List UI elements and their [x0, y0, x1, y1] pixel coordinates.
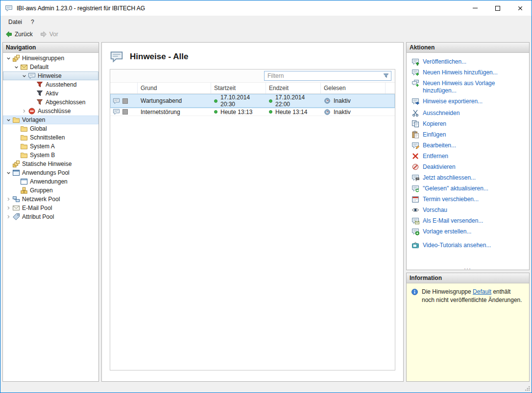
active-dot-icon [214, 99, 218, 103]
column-header-icons[interactable] [110, 83, 138, 93]
chevron-collapsed-icon[interactable] [21, 108, 27, 115]
action-neuen-hinweis-aus-vorlage-hinzufugen[interactable]: Neuen Hinweis aus Vorlage hinzufügen... [411, 79, 527, 94]
close-button[interactable] [509, 0, 532, 16]
table-row-wartungsabend[interactable]: Wartungsabend17.10.2014 20:3017.10.2014 … [110, 94, 395, 108]
tree-item-global[interactable]: Global [3, 124, 98, 133]
tree-item-label: Gruppen [30, 187, 56, 194]
endzeit-value: Heute 13:14 [275, 109, 307, 116]
folder-icon [12, 116, 20, 124]
tree-item-aktiv[interactable]: Aktiv [3, 89, 98, 98]
action-group-1: Veröffentlichen...Neuen Hinweis hinzufüg… [411, 58, 527, 105]
row-icons-cell [110, 108, 138, 116]
column-header-endzeit[interactable]: Endzeit [266, 83, 321, 93]
resize-grip-icon[interactable] [524, 385, 531, 392]
filter-pending-icon [36, 81, 44, 89]
tree-item-gruppen[interactable]: Gruppen [3, 186, 98, 195]
tree-item-system-b[interactable]: System B [3, 151, 98, 160]
startzeit-value: 17.10.2014 20:30 [220, 94, 266, 108]
chevron-expanded-icon[interactable] [5, 116, 12, 123]
tree-item-system-a[interactable]: System A [3, 142, 98, 151]
titlebar: IBI-aws Admin 1.23.0 - registriert für I… [0, 0, 532, 16]
chevron-expanded-icon[interactable] [5, 55, 12, 62]
action-vorlage-erstellen[interactable]: Vorlage erstellen... [411, 228, 527, 235]
action-gelesen-aktualisieren[interactable]: "Gelesen" aktualisieren... [411, 185, 527, 192]
chevron-expanded-icon[interactable] [21, 72, 27, 79]
actions-more-indicator[interactable]: ... [407, 265, 529, 270]
tree-item-anwendungen[interactable]: Anwendungen [3, 177, 98, 186]
network-pool-icon [12, 195, 20, 203]
forward-button[interactable]: Vor [38, 29, 62, 39]
tree-item-hinweise[interactable]: Hinweise [3, 71, 98, 80]
tree-item-attribut-pool[interactable]: Attribut Pool [3, 212, 98, 221]
chevron-collapsed-icon[interactable] [5, 213, 12, 220]
action-jetzt-abschliessen[interactable]: Jetzt abschliessen... [411, 174, 527, 182]
category-color-icon [122, 109, 128, 115]
tree-item-schnittstellen[interactable]: Schnittstellen [3, 133, 98, 142]
action-als-e-mail-versenden[interactable]: Als E-Mail versenden... [411, 217, 527, 225]
chevron-spacer [28, 90, 35, 97]
action-label: Entfernen [423, 152, 448, 160]
action-entfernen[interactable]: Entfernen [411, 152, 527, 160]
chevron-expanded-icon[interactable] [5, 169, 12, 176]
tree-item-abgeschlossen[interactable]: Abgeschlossen [3, 98, 98, 107]
column-header-grund[interactable]: Grund [138, 83, 211, 93]
column-header-gelesen[interactable]: Gelesen [321, 83, 386, 93]
tree-item-label: Schnittstellen [30, 134, 68, 141]
tree-item-default[interactable]: Default [3, 63, 98, 71]
action-kopieren[interactable]: Kopieren [411, 120, 527, 128]
tree-item-label: Abgeschlossen [46, 99, 88, 106]
back-button[interactable]: Zurück [3, 29, 36, 39]
filter-funnel-icon[interactable] [383, 72, 389, 79]
tree-item-anwendungs-pool[interactable]: Anwendungs Pool [3, 168, 98, 177]
action-veroffentlichen[interactable]: Veröffentlichen... [411, 58, 527, 66]
edit-icon [411, 141, 419, 149]
forward-arrow-icon [40, 30, 48, 38]
minimize-icon [473, 8, 478, 8]
column-header-startzeit[interactable]: Startzeit [211, 83, 266, 93]
hinweise-table: Grund Startzeit Endzeit Gelesen Wartungs… [110, 69, 395, 370]
action-label: Neuen Hinweis aus Vorlage hinzufügen... [423, 79, 527, 94]
minimize-button[interactable] [464, 0, 486, 16]
window-controls [464, 0, 532, 16]
action-ausschneiden[interactable]: Ausschneiden [411, 109, 527, 117]
action-bearbeiten[interactable]: Bearbeiten... [411, 141, 527, 149]
tree-item-vorlagen[interactable]: Vorlagen [3, 116, 98, 124]
action-termin-verschieben[interactable]: Termin verschieben... [411, 195, 527, 203]
action-hinweise-exportieren[interactable]: Hinweise exportieren... [411, 97, 527, 105]
action-video-tutorials-ansehen[interactable]: Video-Tutorials ansehen... [411, 241, 527, 249]
right-column: Aktionen Veröffentlichen...Neuen Hinweis… [406, 42, 530, 382]
chevron-collapsed-icon[interactable] [5, 196, 12, 203]
filter-input[interactable] [264, 71, 391, 81]
tree-item-ausschlusse[interactable]: Ausschlüsse [3, 107, 98, 116]
tree-item-ausstehend[interactable]: Ausstehend [3, 80, 98, 89]
tree-item-e-mail-pool[interactable]: E-Mail Pool [3, 204, 98, 212]
tree-item-label: Statische Hinweise [22, 161, 74, 167]
column-header-startzeit-label: Startzeit [214, 85, 236, 92]
tree-item-label: Netzwerk Pool [22, 196, 63, 203]
tree-item-label: E-Mail Pool [22, 205, 55, 211]
note-icon [113, 108, 120, 116]
tree-item-label: Anwendungen [30, 178, 71, 185]
chevron-collapsed-icon[interactable] [5, 205, 12, 211]
tree-item-statische-hinweise[interactable]: Statische Hinweise [3, 160, 98, 168]
action-neuen-hinweis-hinzufugen[interactable]: Neuen Hinweis hinzufügen... [411, 69, 527, 76]
action-deaktivieren[interactable]: Deaktivieren [411, 163, 527, 171]
chevron-expanded-icon[interactable] [13, 64, 20, 70]
reschedule-icon [411, 195, 419, 203]
tree-item-netzwerk-pool[interactable]: Netzwerk Pool [3, 195, 98, 204]
note-icon [28, 72, 36, 80]
tree-item-hinweisgruppen[interactable]: Hinweisgruppen [3, 54, 98, 63]
maximize-button[interactable] [486, 0, 509, 16]
table-row-internetstorung[interactable]: InternetstörungHeute 13:13Heute 13:14Ina… [110, 108, 395, 116]
category-color-icon [122, 98, 128, 104]
grund-value: Wartungsabend [141, 97, 182, 104]
tree-item-label: Global [30, 125, 50, 132]
menu-item-datei[interactable]: Datei [4, 17, 26, 27]
send-email-icon [411, 217, 419, 225]
action-einfugen[interactable]: Einfügen [411, 131, 527, 139]
menu-item-help[interactable]: ? [26, 17, 39, 27]
action-vorschau[interactable]: Vorschau [411, 206, 527, 214]
navigation-tree: HinweisgruppenDefaultHinweiseAusstehendA… [3, 53, 98, 381]
default-group-link[interactable]: Default [473, 288, 491, 295]
tree-item-label: Attribut Pool [22, 213, 57, 220]
